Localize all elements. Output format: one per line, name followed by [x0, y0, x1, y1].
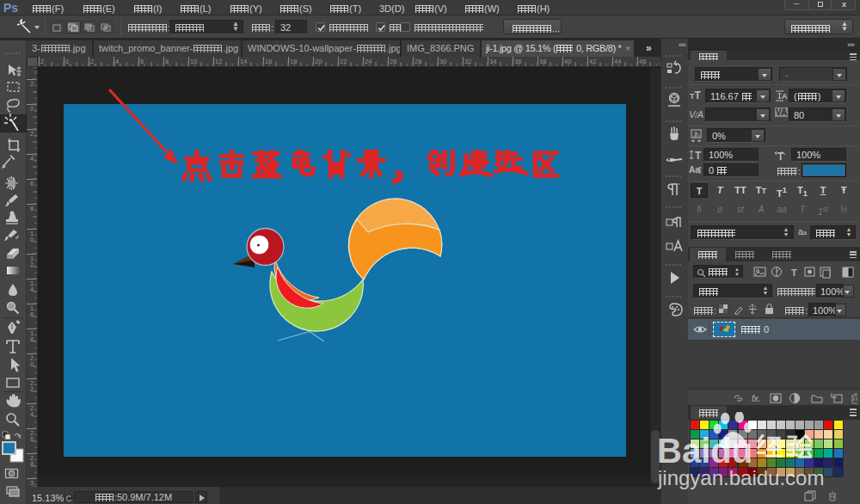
svg-text:A: A [782, 92, 788, 101]
svg-text:Aa: Aa [689, 165, 700, 175]
svg-text:あ: あ [693, 131, 700, 138]
svg-text:T: T [695, 150, 702, 161]
svg-text:T: T [777, 151, 784, 161]
svg-text:T: T [791, 267, 797, 278]
svg-text:fx.: fx. [752, 394, 761, 403]
